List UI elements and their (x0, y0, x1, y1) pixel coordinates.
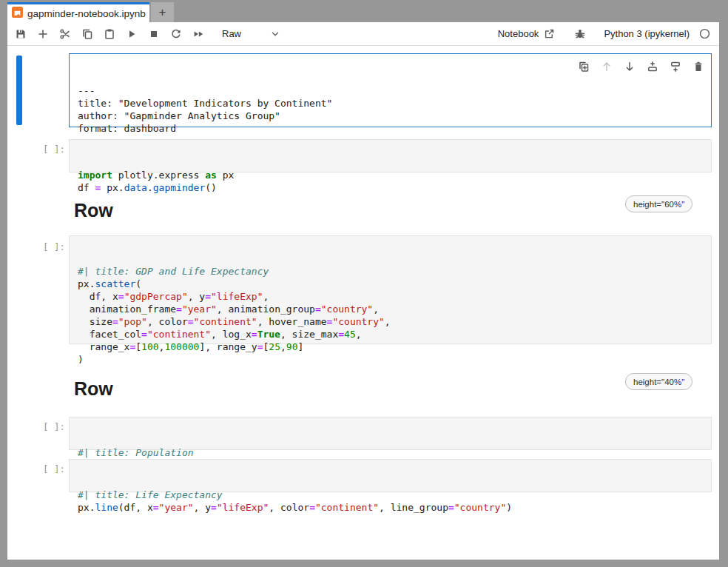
cell-type-value: Raw (222, 28, 241, 39)
open-in-notebook-link[interactable]: Notebook (498, 28, 556, 40)
cell-toolbar (578, 61, 704, 73)
height-badge-2: height="40%" (625, 373, 692, 390)
run-all-icon[interactable] (192, 28, 204, 40)
raw-cell-frontmatter[interactable]: ---title: "Development Indicators by Con… (69, 53, 712, 127)
bug-icon[interactable] (574, 28, 586, 40)
restart-kernel-icon[interactable] (170, 28, 182, 40)
cut-cell-icon[interactable] (59, 28, 71, 40)
kernel-name[interactable]: Python 3 (ipykernel) (604, 28, 690, 39)
tab-bar: gapminder-notebook.ipynb × + (0, 0, 728, 22)
code-cell-scatter[interactable]: #| title: GDP and Life Expectancypx.scat… (69, 235, 712, 344)
delete-cell-icon[interactable] (692, 61, 704, 73)
cell-collapser-active[interactable] (16, 56, 22, 125)
paste-cell-icon[interactable] (104, 28, 115, 40)
code-editor[interactable]: #| title: Life Expectancypx.line(df, x="… (78, 489, 705, 514)
code-cell-imports[interactable]: import plotly.express as pxdf = px.data.… (69, 139, 712, 172)
insert-above-icon[interactable] (647, 61, 658, 73)
row-heading-2[interactable]: Row (74, 378, 113, 400)
move-up-icon[interactable] (601, 61, 613, 73)
notebook-link-label: Notebook (498, 28, 539, 39)
row-heading-1[interactable]: Row (74, 200, 113, 221)
code-editor[interactable]: #| title: GDP and Life Expectancypx.scat… (78, 265, 705, 366)
code-cell-population[interactable]: #| title: Populationpx.area(df, x="year"… (69, 417, 712, 450)
run-icon[interactable] (126, 28, 138, 40)
raw-cell-editor[interactable]: ---title: "Development Indicators by Con… (78, 84, 705, 147)
cell-type-dropdown[interactable]: Raw (222, 28, 281, 40)
code-editor[interactable]: import plotly.express as pxdf = px.data.… (78, 169, 705, 194)
move-down-icon[interactable] (624, 61, 636, 73)
stop-icon[interactable] (148, 28, 160, 40)
code-cell-life-expectancy[interactable]: #| title: Life Expectancypx.line(df, x="… (69, 459, 712, 492)
notebook-toolbar: Raw Notebook Python 3 (ipykernel) (7, 22, 719, 46)
chevron-down-icon (269, 28, 281, 40)
add-cell-icon[interactable] (37, 28, 49, 40)
external-link-icon (543, 28, 555, 40)
kernel-idle-circle-icon (698, 28, 710, 40)
duplicate-cell-icon[interactable] (578, 61, 590, 73)
tab-title: gapminder-notebook.ipynb (27, 8, 146, 19)
insert-below-icon[interactable] (670, 61, 681, 73)
notebook-file-icon (12, 7, 23, 21)
save-icon[interactable] (15, 28, 27, 40)
tab-gapminder-notebook[interactable]: gapminder-notebook.ipynb × (7, 2, 149, 22)
notebook-panel: ---title: "Development Indicators by Con… (7, 46, 719, 560)
copy-cell-icon[interactable] (81, 28, 93, 40)
height-badge-1: height="60%" (625, 195, 692, 212)
new-tab-button[interactable]: + (151, 2, 174, 22)
